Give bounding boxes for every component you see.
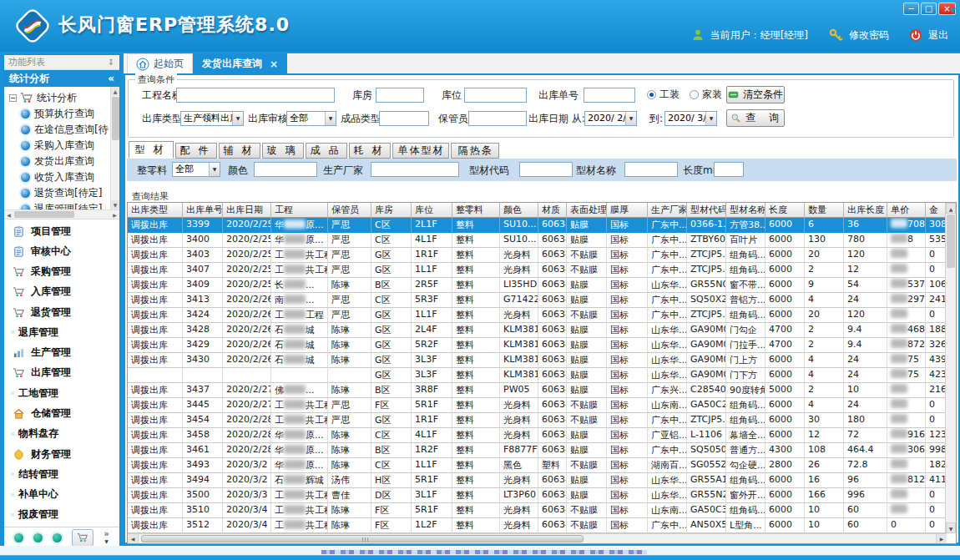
table-cell[interactable]: 3399	[183, 218, 223, 233]
table-cell[interactable]: F区	[371, 503, 412, 518]
table-cell[interactable]: 贴膜	[567, 278, 607, 293]
table-cell[interactable]: 423	[926, 368, 946, 383]
column-header[interactable]: 数量	[805, 203, 844, 218]
table-cell[interactable]: 6063-T5	[538, 293, 567, 308]
column-header[interactable]: 出库长度	[844, 203, 887, 218]
tree-item[interactable]: 采购入库查询	[4, 138, 119, 154]
table-cell[interactable]: 3437	[183, 383, 223, 398]
table-row[interactable]: 调拨出库34072020/2/25工共工程严思G区1L1F整料光身料6063-T…	[128, 263, 956, 278]
sidebar-group-header[interactable]: 统计分析 «	[4, 70, 119, 87]
table-cell[interactable]: 华原...	[271, 233, 328, 248]
table-cell[interactable]: 陈琳	[328, 443, 371, 458]
sidebar-item-报废管理[interactable]: 报废管理	[4, 505, 119, 525]
table-cell[interactable]: 216	[926, 383, 946, 398]
table-cell[interactable]: G区	[371, 353, 412, 368]
table-cell[interactable]: 6063-T5	[538, 413, 567, 428]
table-cell[interactable]: 24	[844, 353, 887, 368]
grid-vertical-scrollbar[interactable]: ▲ ▼	[945, 203, 956, 533]
chevron-down-icon[interactable]: ▼	[232, 112, 243, 125]
table-cell[interactable]: 6000	[765, 428, 805, 443]
table-cell[interactable]: 山东南...	[648, 398, 687, 413]
table-cell[interactable]: B区	[371, 383, 412, 398]
table-cell[interactable]: 贴膜	[567, 383, 607, 398]
table-cell[interactable]: B区	[371, 278, 412, 293]
table-cell[interactable]: 6063-T5	[538, 383, 567, 398]
table-cell[interactable]	[223, 368, 271, 383]
table-cell[interactable]	[887, 458, 926, 473]
table-row[interactable]: 调拨出库35122020/3/4工共工程陈琳F区1L2F整料光身料6063-T5…	[128, 518, 956, 533]
table-cell[interactable]: 6000	[765, 503, 805, 518]
chevron-down-icon[interactable]: ▼	[705, 112, 716, 125]
table-cell[interactable]: 整料	[452, 308, 500, 323]
table-cell[interactable]: SQ50X2...	[687, 293, 726, 308]
table-row[interactable]: 调拨出库33992020/2/25华原...严思C区2L1F整料SU10...6…	[128, 218, 956, 233]
table-cell[interactable]: 3409	[183, 278, 223, 293]
table-cell[interactable]: 4700	[765, 338, 805, 353]
table-cell[interactable]: 8	[887, 233, 926, 248]
table-cell[interactable]: 国标	[607, 233, 648, 248]
tree-item[interactable]: 退库管理[待定]	[4, 201, 119, 210]
table-cell[interactable]: 整料	[452, 503, 500, 518]
table-cell[interactable]: 24	[844, 368, 887, 383]
table-cell[interactable]: 山东华...	[648, 473, 687, 488]
material-tab-配件[interactable]: 配件	[175, 143, 217, 159]
table-cell[interactable]: 佛...	[271, 383, 328, 398]
table-cell[interactable]: F8877FT	[500, 443, 538, 458]
table-cell[interactable]: GA50C37	[687, 503, 726, 518]
table-cell[interactable]: 6000	[765, 218, 805, 233]
table-cell[interactable]: 石辉城	[271, 473, 328, 488]
table-cell[interactable]: 3493	[183, 458, 223, 473]
sidebar-item-财务管理[interactable]: 财务管理	[4, 444, 119, 464]
table-cell[interactable]: 幕墙全...	[726, 428, 765, 443]
table-cell[interactable]: 2L1F	[412, 218, 452, 233]
table-cell[interactable]: 山东华...	[648, 278, 687, 293]
table-cell[interactable]: 调拨出库	[128, 383, 183, 398]
table-cell[interactable]: 长...	[271, 278, 328, 293]
table-cell[interactable]: C区	[371, 428, 412, 443]
table-cell[interactable]: 72	[844, 428, 887, 443]
table-cell[interactable]: 组角码...	[726, 308, 765, 323]
table-cell[interactable]: 国标	[607, 293, 648, 308]
table-cell[interactable]: 75	[887, 353, 926, 368]
table-cell[interactable]: 3454	[183, 413, 223, 428]
table-cell[interactable]: 严思	[328, 293, 371, 308]
table-cell[interactable]: 贴膜	[567, 338, 607, 353]
warehouse-input[interactable]	[376, 88, 424, 103]
table-cell[interactable]: 3400	[183, 233, 223, 248]
table-cell[interactable]: C区	[371, 458, 412, 473]
sidebar-item-出库管理[interactable]: 出库管理	[4, 363, 119, 383]
date-to-picker[interactable]: 2020/ 3/16▼	[664, 111, 717, 126]
table-cell[interactable]: 2020/3/4	[223, 518, 271, 533]
column-header[interactable]: 长度	[765, 203, 805, 218]
column-header[interactable]: 库位	[412, 203, 452, 218]
table-cell[interactable]: 贴膜	[567, 218, 607, 233]
table-cell[interactable]: 光身料	[500, 413, 538, 428]
tree-root[interactable]: 统计分析	[4, 89, 119, 106]
table-cell[interactable]: KLM3817	[500, 353, 538, 368]
table-cell[interactable]: ZTBY607	[687, 233, 726, 248]
table-cell[interactable]: 普铝方...	[726, 293, 765, 308]
table-cell[interactable]: 调拨出库	[128, 458, 183, 473]
table-cell[interactable]: 石城	[271, 323, 328, 338]
table-row[interactable]: 调拨出库34132020/2/26南...严思C区5R3F整料G71422606…	[128, 293, 956, 308]
table-cell[interactable]: 国标	[607, 383, 648, 398]
pin-icon[interactable]	[107, 58, 115, 67]
table-cell[interactable]: 3445	[183, 398, 223, 413]
table-cell[interactable]: 广东中...	[648, 248, 687, 263]
table-cell[interactable]: 整料	[452, 458, 500, 473]
table-cell[interactable]: 整料	[452, 338, 500, 353]
table-cell[interactable]: 贴膜	[567, 353, 607, 368]
location-input[interactable]	[464, 88, 527, 103]
table-cell[interactable]: 4	[805, 293, 844, 308]
scroll-left-icon[interactable]: ◀	[128, 534, 139, 543]
table-cell[interactable]: KLM3817	[500, 368, 538, 383]
table-cell[interactable]: 严思	[328, 248, 371, 263]
table-cell[interactable]: 2020/2/26	[223, 323, 271, 338]
table-cell[interactable]: 9	[805, 278, 844, 293]
radio-jiazhuang[interactable]: 家装	[690, 88, 722, 102]
keeper-input[interactable]	[468, 111, 527, 126]
table-cell[interactable]: 调拨出库	[128, 473, 183, 488]
table-cell[interactable]: 54	[844, 278, 887, 293]
table-cell[interactable]: 调拨出库	[128, 218, 183, 233]
change-password-link[interactable]: 修改密码	[849, 28, 889, 43]
